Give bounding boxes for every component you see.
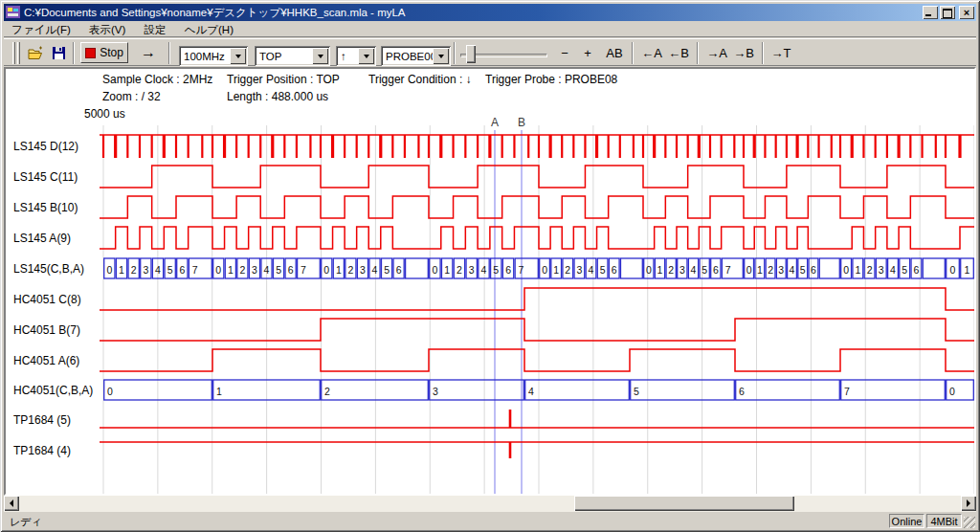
resize-grip[interactable] xyxy=(964,517,975,528)
zoom-in-button[interactable]: + xyxy=(578,42,597,63)
horizontal-scrollbar[interactable] xyxy=(4,496,976,512)
svg-text:0: 0 xyxy=(107,386,113,397)
close-button[interactable]: × xyxy=(959,6,974,19)
trigger-position-combo[interactable]: TOP xyxy=(255,46,330,66)
jump-a-right-button[interactable]: →A xyxy=(704,42,729,63)
svg-text:6: 6 xyxy=(811,264,816,276)
svg-text:2: 2 xyxy=(324,386,330,397)
zoom-out-button[interactable]: − xyxy=(555,42,574,63)
svg-text:7: 7 xyxy=(518,264,523,276)
svg-text:2: 2 xyxy=(347,264,353,276)
chevron-down-icon[interactable] xyxy=(433,48,449,64)
trace-label-TP1684-5: TP1684 (5) xyxy=(13,413,71,427)
svg-text:1: 1 xyxy=(855,264,860,276)
trace-label-HC4051-A-6: HC4051 A(6) xyxy=(13,354,79,367)
svg-text:4: 4 xyxy=(589,264,594,276)
svg-text:6: 6 xyxy=(288,264,294,276)
row-TP1684-5 xyxy=(100,410,974,428)
zoom-slider-thumb[interactable] xyxy=(466,45,476,63)
trace-label-LS145-A-9: LS145 A(9) xyxy=(13,232,71,245)
svg-text:5: 5 xyxy=(634,386,639,397)
svg-text:6: 6 xyxy=(914,264,920,276)
svg-text:5: 5 xyxy=(902,264,907,276)
svg-text:3: 3 xyxy=(469,264,475,276)
trace-labels: LS145 D(12)LS145 C(11)LS145 B(10)LS145 A… xyxy=(13,140,93,457)
svg-text:1: 1 xyxy=(757,264,763,276)
trace-label-HC4051-C-B-A: HC4051(C,B,A) xyxy=(13,384,93,397)
jump-b-left-button[interactable]: ←B xyxy=(666,42,691,63)
open-folder-icon xyxy=(28,46,44,60)
svg-text:7: 7 xyxy=(844,386,850,397)
jump-trigger-button[interactable]: →T xyxy=(769,42,792,63)
svg-text:6: 6 xyxy=(179,264,185,276)
title-bar[interactable]: C:¥Documents and Settings¥noname¥デスクトップ¥… xyxy=(4,4,976,21)
jump-b-right-button[interactable]: →B xyxy=(731,42,756,63)
svg-text:0: 0 xyxy=(106,264,112,276)
svg-text:4: 4 xyxy=(155,264,161,276)
svg-text:0: 0 xyxy=(746,264,752,276)
svg-text:4: 4 xyxy=(528,386,534,397)
toolbar-grip[interactable] xyxy=(12,42,15,64)
zoom-ab-button[interactable]: AB xyxy=(601,42,628,63)
toolbar-grip2[interactable] xyxy=(17,42,20,64)
svg-text:5: 5 xyxy=(493,264,499,276)
status-memory: 4MBit xyxy=(926,514,962,528)
run-button[interactable]: → xyxy=(136,42,161,63)
trace-label-LS145-B-10: LS145 B(10) xyxy=(13,201,78,214)
svg-text:3: 3 xyxy=(360,264,366,276)
svg-text:4: 4 xyxy=(790,264,795,276)
svg-text:7: 7 xyxy=(725,264,731,276)
trace-label-HC4051-B-7: HC4051 B(7) xyxy=(13,323,80,337)
svg-text:4: 4 xyxy=(264,264,270,276)
chevron-down-icon[interactable] xyxy=(312,48,328,64)
stop-button[interactable]: Stop xyxy=(80,42,128,63)
minimize-button[interactable] xyxy=(923,6,938,19)
trace-label-LS145-D-12: LS145 D(12) xyxy=(13,140,78,153)
triangle-right-icon xyxy=(967,499,974,507)
svg-text:3: 3 xyxy=(679,264,685,276)
jump-a-left-button[interactable]: ←A xyxy=(639,42,664,63)
trace-label-LS145-C-B-A: LS145(C,B,A) xyxy=(13,262,84,276)
svg-text:1: 1 xyxy=(657,264,663,276)
open-button[interactable] xyxy=(25,42,46,63)
trigger-edge-combo[interactable]: ↑ xyxy=(336,46,376,66)
chevron-down-icon[interactable] xyxy=(358,48,374,64)
chevron-down-icon[interactable] xyxy=(230,48,246,64)
toolbar-separator5 xyxy=(697,42,699,64)
maximize-button[interactable] xyxy=(940,6,955,19)
svg-text:2: 2 xyxy=(768,264,773,276)
row-HC4051-B-7 xyxy=(100,319,974,341)
svg-text:6: 6 xyxy=(739,386,745,397)
waveform-client: Sample Clock : 2MHz Trigger Position : T… xyxy=(4,67,976,496)
save-button[interactable] xyxy=(48,42,69,63)
menu-bar: ファイル(F) 表示(V) 設定 ヘルプ(H) xyxy=(4,22,976,37)
app-window: C:¥Documents and Settings¥noname¥デスクトップ¥… xyxy=(0,0,980,532)
svg-text:0: 0 xyxy=(950,264,956,276)
waveform-canvas[interactable]: AB01234567012345670123456012345670123456… xyxy=(6,69,974,494)
menu-file[interactable]: ファイル(F) xyxy=(4,22,78,39)
toolbar-separator6 xyxy=(762,42,764,64)
toolbar-separator xyxy=(73,42,75,64)
svg-text:2: 2 xyxy=(565,264,570,276)
svg-text:0: 0 xyxy=(323,264,329,276)
svg-text:1: 1 xyxy=(119,264,124,276)
svg-text:0: 0 xyxy=(646,264,652,276)
menu-settings[interactable]: 設定 xyxy=(137,22,174,39)
svg-text:7: 7 xyxy=(192,264,198,276)
scroll-right-button[interactable] xyxy=(961,496,976,511)
svg-text:3: 3 xyxy=(433,386,438,397)
svg-text:1: 1 xyxy=(216,386,222,397)
svg-text:0: 0 xyxy=(215,264,221,276)
trigger-probe-combo[interactable]: PROBE00 xyxy=(381,46,451,66)
scroll-left-button[interactable] xyxy=(4,496,19,511)
status-online: Online xyxy=(889,514,924,528)
svg-text:3: 3 xyxy=(143,264,148,276)
svg-text:0: 0 xyxy=(542,264,547,276)
svg-text:2: 2 xyxy=(239,264,245,276)
menu-help[interactable]: ヘルプ(H) xyxy=(177,22,241,39)
scrollbar-thumb[interactable] xyxy=(574,496,794,511)
svg-text:7: 7 xyxy=(301,264,306,276)
menu-view[interactable]: 表示(V) xyxy=(81,22,133,39)
sample-rate-combo[interactable]: 100MHz xyxy=(179,46,248,66)
svg-text:5: 5 xyxy=(800,264,806,276)
